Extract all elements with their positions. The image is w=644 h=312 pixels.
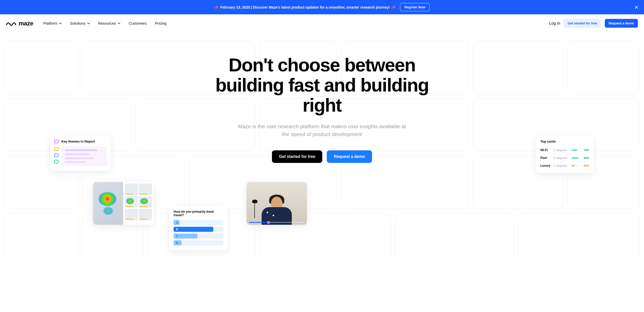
video-card[interactable]: [247, 182, 307, 225]
thumbnail: [125, 196, 138, 208]
nav-label: Platform: [43, 21, 57, 25]
table-row: Pool 3 categories 96%: [540, 154, 589, 162]
svg-rect-5: [568, 41, 640, 94]
lamp-icon: [252, 200, 257, 218]
row-percent: 78%: [581, 149, 589, 152]
thumbnail: [139, 196, 152, 208]
key-themes-card: Key themes in Report: [50, 136, 111, 171]
nav-customers[interactable]: Customers: [129, 21, 147, 25]
logo-icon: [6, 20, 16, 27]
thumbnail: [125, 184, 138, 195]
option-label: B: [174, 228, 178, 231]
progress-bar: [572, 165, 579, 166]
survey-option[interactable]: B: [174, 227, 223, 232]
hero-section: Don't choose between building fast and b…: [0, 32, 644, 259]
hero-subtitle: Maze is the user research platform that …: [236, 122, 408, 138]
login-link[interactable]: Log in: [549, 21, 560, 26]
nav-label: Solutions: [70, 21, 86, 25]
option-label: D: [174, 241, 178, 244]
nav-items: Platform Solutions Resources Customers P…: [43, 21, 167, 25]
row-category: 2 categories: [553, 164, 570, 167]
nav-label: Pricing: [155, 21, 167, 25]
heatmap-card: [93, 182, 153, 225]
thumbnail: [139, 184, 152, 195]
video-progress[interactable]: [249, 222, 304, 223]
tag-icon: [54, 147, 59, 151]
card-title: Key themes in Report: [61, 140, 95, 143]
row-name: Wi-Fi: [540, 148, 551, 152]
main-nav: maze Platform Solutions Resources Custom…: [0, 14, 644, 32]
request-demo-nav-button[interactable]: Request a demo: [605, 19, 638, 28]
heatmap-main: [93, 182, 123, 225]
row-name: Luxury: [540, 164, 551, 167]
progress-bar: [572, 157, 579, 159]
survey-card: How do you primarily book travel? A B C …: [170, 206, 227, 250]
nav-solutions[interactable]: Solutions: [70, 21, 90, 25]
row-percent: 96%: [581, 156, 589, 159]
logo-text: maze: [19, 20, 33, 27]
tag-icon: [54, 154, 59, 157]
get-started-hero-button[interactable]: Get started for free: [272, 150, 322, 163]
register-now-button[interactable]: Register Now: [400, 3, 429, 11]
survey-question: How do you primarily book travel?: [174, 210, 223, 217]
thumbnail: [125, 209, 138, 220]
hero-headline: Don't choose between building fast and b…: [196, 55, 448, 115]
video-frame: [247, 182, 307, 225]
tag-icon: [54, 160, 59, 163]
thumbnail: [139, 209, 152, 220]
row-category: 2 categories: [553, 149, 570, 152]
close-icon[interactable]: [634, 5, 639, 10]
option-label: A: [174, 221, 178, 224]
svg-rect-0: [4, 41, 78, 94]
chevron-down-icon: [59, 22, 62, 25]
card-title: Top cards: [540, 140, 589, 143]
table-row: Wi-Fi 2 categories 78%: [540, 146, 589, 154]
survey-option[interactable]: A: [174, 220, 223, 225]
top-cards-card: Top cards Wi-Fi 2 categories 78% Pool 3 …: [536, 136, 594, 173]
megaphone-icon: 📣: [214, 5, 219, 9]
nav-platform[interactable]: Platform: [43, 21, 62, 25]
logo[interactable]: maze: [6, 20, 33, 27]
option-label: C: [174, 235, 178, 238]
skeleton-content: [61, 146, 107, 166]
heatmap-thumbnails: [123, 182, 153, 225]
chevron-down-icon: [117, 22, 120, 25]
svg-rect-4: [473, 41, 564, 94]
announcement-text: February 13, 2025 | Discover Maze's late…: [220, 5, 390, 9]
svg-rect-13: [341, 156, 469, 209]
row-category: 3 categories: [553, 157, 570, 159]
heatmap-blob-icon: [99, 192, 116, 206]
survey-option[interactable]: C: [174, 234, 223, 239]
svg-rect-20: [395, 213, 514, 259]
avatar: [260, 195, 293, 225]
chevron-down-icon: [87, 22, 90, 25]
nav-resources[interactable]: Resources: [98, 21, 121, 25]
svg-rect-16: [4, 213, 78, 259]
announcement-bar: 📣 February 13, 2025 | Discover Maze's la…: [0, 0, 644, 14]
scrubber-handle[interactable]: [267, 221, 270, 224]
megaphone-icon: 📣: [391, 5, 395, 9]
get-started-nav-button[interactable]: Get started for free: [564, 19, 601, 28]
nav-label: Resources: [98, 21, 116, 25]
tag-icon: [54, 140, 59, 143]
row-name: Pool: [540, 156, 551, 160]
progress-bar: [572, 150, 579, 151]
request-demo-hero-button[interactable]: Request a demo: [327, 150, 372, 163]
survey-option[interactable]: D: [174, 240, 223, 245]
heatmap-blob-icon: [103, 207, 113, 215]
svg-rect-21: [518, 213, 640, 259]
nav-label: Customers: [129, 21, 147, 25]
nav-pricing[interactable]: Pricing: [155, 21, 167, 25]
row-percent: 39%: [581, 164, 589, 167]
table-row: Luxury 2 categories 39%: [540, 162, 589, 169]
